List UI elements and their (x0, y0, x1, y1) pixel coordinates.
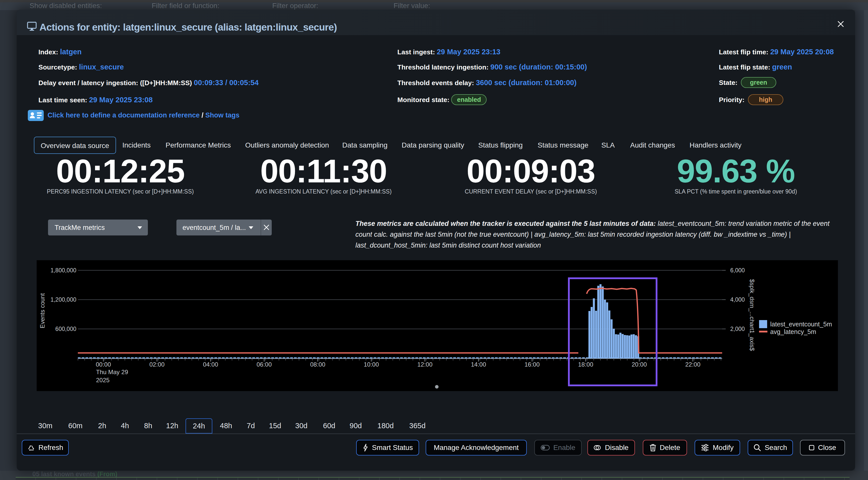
svg-text:4,000: 4,000 (730, 296, 745, 303)
svg-text:2,000: 2,000 (730, 326, 745, 332)
svg-text:12:00: 12:00 (417, 361, 432, 368)
svg-text:00:00: 00:00 (96, 361, 111, 368)
svg-text:Thu May 29: Thu May 29 (96, 369, 128, 375)
svg-text:2025: 2025 (96, 377, 110, 383)
svg-text:06:00: 06:00 (256, 361, 272, 368)
svg-text:avg_latency_5m: avg_latency_5m (770, 328, 816, 335)
svg-text:18:00: 18:00 (578, 361, 593, 368)
svg-text:latest_eventcount_5m: latest_eventcount_5m (770, 321, 832, 328)
svg-text:600,000: 600,000 (55, 326, 76, 332)
svg-text:16:00: 16:00 (525, 361, 540, 368)
svg-text:08:00: 08:00 (310, 361, 325, 368)
svg-text:20:00: 20:00 (632, 361, 647, 368)
svg-text:22:00: 22:00 (685, 361, 701, 368)
svg-text:10:00: 10:00 (364, 361, 379, 368)
svg-text:Events count: Events count (39, 293, 46, 328)
svg-text:14:00: 14:00 (471, 361, 486, 368)
svg-text:1,800,000: 1,800,000 (51, 267, 76, 274)
svg-text:6,000: 6,000 (730, 267, 745, 274)
svg-text:02:00: 02:00 (149, 361, 164, 368)
svg-text:1,200,000: 1,200,000 (51, 296, 76, 303)
svg-text:04:00: 04:00 (203, 361, 218, 368)
svg-text:$splk_dsm_...chart1_axis$: $splk_dsm_...chart1_axis$ (749, 279, 755, 351)
